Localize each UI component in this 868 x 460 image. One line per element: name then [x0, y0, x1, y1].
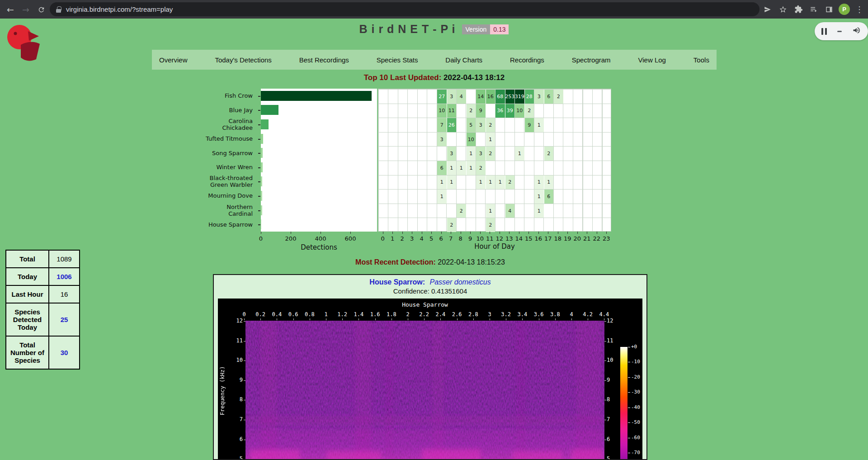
nav-item-today-s-detections[interactable]: Today's Detections: [215, 56, 271, 64]
forward-icon[interactable]: →: [19, 3, 33, 16]
spec-time-tick: 2.6: [452, 311, 462, 318]
heatmap-cell-fish-crow-h18: 2: [554, 90, 563, 104]
nav-item-recordings[interactable]: Recordings: [510, 56, 544, 64]
version-value: 0.13: [490, 24, 509, 34]
axis-tick-label: 8: [459, 235, 462, 242]
heatmap-cell-fish-crow-h8: 4: [457, 90, 466, 104]
bar-carolina-chickadee: [261, 119, 269, 129]
spec-time-tick: 0.2: [255, 311, 265, 318]
heatmap-cell-fish-crow-h7: 3: [447, 90, 457, 104]
stats-value[interactable]: 25: [49, 303, 80, 336]
pause-icon[interactable]: [821, 28, 827, 35]
spec-freq-dash-left: [244, 341, 245, 341]
axis-tick-label: 20: [573, 235, 581, 242]
axis-tick-label: 2: [401, 235, 404, 242]
page-title: B i r d N E T - P i: [359, 23, 456, 36]
spec-time-tick-dash: [310, 318, 310, 320]
detection-common-name-link[interactable]: House Sparrow:: [369, 278, 425, 286]
nav-item-tools[interactable]: Tools: [693, 56, 709, 64]
heatmap-cell-carolina-chickadee-h16: 1: [534, 118, 544, 132]
heatmap-cell-fish-crow-h6: 27: [437, 90, 447, 104]
heatmap-cell-blue-jay-h14: 10: [515, 104, 524, 118]
heatmap-cell-blue-jay-h15: 2: [525, 104, 534, 118]
species-label-blue-jay: Blue Jay: [137, 103, 253, 118]
nav-item-spectrogram[interactable]: Spectrogram: [572, 56, 611, 64]
spec-freq-dash-right: [604, 380, 606, 381]
reading-list-icon[interactable]: [808, 4, 820, 15]
axis-tick-label: 1: [391, 235, 394, 242]
axis-tick-dash: [291, 232, 291, 234]
bookmark-star-icon[interactable]: [777, 4, 789, 15]
heatmap-cell-mourning-dove-h16: 1: [534, 190, 544, 204]
side-panel-icon[interactable]: [823, 4, 835, 15]
spec-freq-tick-left: 12: [226, 318, 243, 324]
spec-time-tick-dash: [522, 318, 523, 320]
spec-time-tick: 2.2: [419, 311, 429, 318]
spec-freq-tick-right: 8: [607, 396, 623, 403]
heatmap-cell-fish-crow-h13: 253: [505, 90, 515, 104]
species-label-fish-crow: Fish Crow: [137, 89, 253, 103]
heatmap-cell-carolina-chickadee-h11: 2: [486, 118, 495, 132]
browser-toolbar: ← → virginia.birdnetpi.com/?stream=play …: [0, 0, 868, 19]
spec-time-tick-dash: [342, 318, 343, 320]
spec-time-tick: 3.8: [550, 311, 560, 318]
profile-avatar[interactable]: P: [839, 4, 850, 15]
axis-tick-label: 5: [429, 235, 433, 242]
stats-label: Today: [6, 268, 49, 285]
axis-tick-label: 6: [439, 235, 443, 242]
axis-tick-label: 14: [515, 235, 523, 242]
share-icon[interactable]: [762, 4, 774, 15]
heatmap-cell-mourning-dove-h17: 6: [544, 190, 554, 204]
stats-label: Species Detected Today: [6, 303, 49, 336]
spec-block: House Sparrow Frequency (kHz): [218, 299, 642, 460]
axis-tick-dash: [538, 232, 539, 234]
seek-dash[interactable]: [837, 31, 842, 32]
nav-item-best-recordings[interactable]: Best Recordings: [299, 56, 349, 64]
heatmap-cell-song-sparrow-h14: 1: [515, 147, 524, 161]
heatmap-cell-northern-cardinal-h11: 1: [486, 204, 495, 218]
detection-scientific-name-link[interactable]: Passer domesticus: [429, 278, 491, 286]
axis-tick-label: 18: [554, 235, 561, 242]
address-bar[interactable]: virginia.birdnetpi.com/?stream=play: [50, 2, 760, 16]
spec-freq-dash-right: [604, 321, 606, 322]
stats-label: Total: [6, 250, 49, 268]
stats-value[interactable]: 1006: [49, 268, 80, 285]
spec-freq-dash-right: [604, 341, 606, 341]
colorbar-tick-dash: [628, 377, 630, 378]
heatmap-cell-carolina-chickadee-h7: 26: [447, 118, 457, 132]
axis-tick-label: 600: [345, 235, 356, 242]
heatmap-cell-blue-jay-h9: 2: [467, 104, 476, 118]
spec-time-tick-dash: [588, 318, 588, 320]
heatmap-cell-blue-jay-h10: 9: [476, 104, 486, 118]
heatmap-cell-winter-wren-h8: 1: [457, 161, 466, 175]
menu-dots-icon[interactable]: ⋮: [854, 4, 865, 15]
nav-item-daily-charts[interactable]: Daily Charts: [445, 56, 482, 64]
lock-icon[interactable]: [56, 6, 61, 13]
reload-icon[interactable]: [34, 3, 48, 16]
axis-tick-label: 15: [525, 235, 533, 242]
axis-tick-dash: [519, 232, 519, 234]
nav-item-overview[interactable]: Overview: [159, 56, 188, 64]
bar-ytick-dash: [258, 110, 260, 111]
heatmap-cell-fish-crow-h11: 16: [486, 90, 495, 104]
extensions-icon[interactable]: [793, 4, 804, 15]
top10-value: 2022-04-13 18:12: [443, 73, 505, 82]
spec-time-tick: 0.6: [288, 311, 298, 318]
heatmap-cell-blue-jay-h13: 39: [505, 104, 515, 118]
spec-time-tick: 1.2: [337, 311, 347, 318]
speaker-icon[interactable]: [852, 26, 861, 37]
nav-item-view-log[interactable]: View Log: [638, 56, 666, 64]
nav-item-species-stats[interactable]: Species Stats: [377, 56, 418, 64]
back-icon[interactable]: ←: [4, 3, 17, 16]
spec-time-tick-dash: [408, 318, 408, 320]
page-header: B i r d N E T - P i Version 0.13: [0, 23, 868, 36]
axis-tick-dash: [431, 232, 432, 234]
axis-tick-label: 16: [534, 235, 542, 242]
bar-mourning-dove: [261, 191, 262, 201]
colorbar-tick: -10: [631, 359, 640, 365]
heatmap-cell-house-sparrow-h11: 2: [486, 218, 495, 232]
heatmap-cell-song-sparrow-h17: 2: [544, 147, 554, 161]
audio-player[interactable]: [815, 22, 868, 40]
stats-value[interactable]: 30: [49, 336, 80, 369]
heatmap-cell-song-sparrow-h7: 3: [447, 147, 457, 161]
